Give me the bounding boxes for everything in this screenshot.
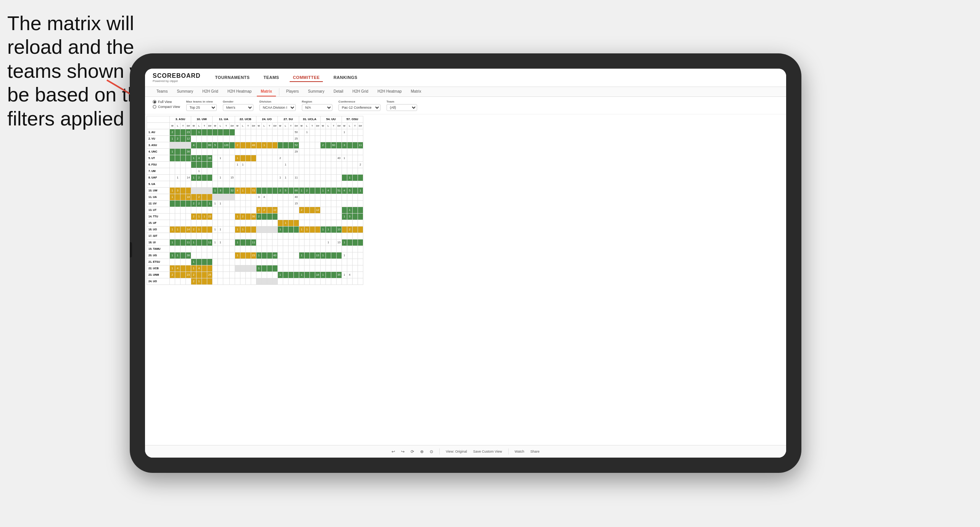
cell-7-2-W	[213, 175, 218, 181]
toolbar-refresh[interactable]: ⟳	[411, 449, 414, 454]
cell-15-5-Dif	[293, 227, 299, 233]
nav-tournaments[interactable]: TOURNAMENTS	[212, 74, 253, 82]
cell-13-0-Dif	[186, 214, 191, 220]
cell-0-6-W	[299, 129, 304, 136]
cell-3-7-L	[326, 149, 331, 155]
toolbar-redo[interactable]: ↪	[401, 449, 405, 454]
cell-9-1-T	[202, 188, 207, 194]
cell-8-0-L	[175, 181, 181, 188]
sub-tab-h2h-heatmap[interactable]: H2H Heatmap	[224, 87, 255, 96]
nav-teams[interactable]: TEAMS	[260, 74, 282, 82]
cell-15-0-L: 1	[175, 227, 181, 233]
sub-tab-detail[interactable]: Detail	[330, 87, 347, 96]
cell-19-7-W: 1	[320, 252, 326, 259]
nav-rankings[interactable]: RANKINGS	[330, 74, 361, 82]
cell-11-4-T	[267, 201, 272, 207]
toolbar-view-original[interactable]: View: Original	[446, 450, 467, 453]
sub-tab-players-h2h-grid[interactable]: H2H Grid	[348, 87, 372, 96]
cell-13-6-L	[304, 214, 309, 220]
cell-4-8-W: 1	[342, 155, 347, 162]
sub-tab-players-summary[interactable]: Summary	[304, 87, 328, 96]
cell-22-4-L	[261, 272, 267, 278]
sub-tab-teams[interactable]: Teams	[153, 87, 171, 96]
col-subheader-6-W: W	[299, 123, 304, 129]
toolbar-share[interactable]: Share	[530, 450, 540, 453]
logo-title: SCOREBOARD	[153, 72, 201, 79]
cell-10-2-Dif	[229, 194, 235, 201]
full-view-radio[interactable]: Full View	[153, 100, 180, 104]
cell-8-1-Dif	[207, 181, 213, 188]
cell-0-0-T	[181, 129, 186, 136]
tablet-frame: SCOREBOARD Powered by clippd TOURNAMENTS…	[130, 53, 801, 473]
cell-22-0-Dif: 23	[186, 272, 191, 278]
cell-10-1-W	[191, 194, 197, 201]
cell-12-8-T	[352, 207, 358, 214]
cell-17-6-T	[309, 239, 315, 246]
cell-9-4-Dif	[272, 188, 277, 194]
col-header-6: 31. UCLA	[299, 116, 320, 123]
cell-23-3-Dif	[251, 278, 256, 285]
toolbar-watch[interactable]: Watch	[515, 450, 524, 453]
cell-19-1-Dif	[207, 252, 213, 259]
cell-16-2-W	[213, 233, 218, 239]
cell-11-2-T	[223, 201, 230, 207]
cell-13-4-T	[267, 214, 272, 220]
table-row: 24. UO21	[147, 278, 363, 285]
cell-4-7-W	[320, 155, 326, 162]
sub-tab-players-matrix[interactable]: Matrix	[407, 87, 425, 96]
sub-tab-players-h2h-heatmap[interactable]: H2H Heatmap	[374, 87, 405, 96]
cell-9-2-W: 1	[213, 188, 218, 194]
sub-tab-matrix[interactable]: Matrix	[257, 87, 276, 96]
cell-14-2-Dif	[229, 220, 235, 227]
cell-17-3-W: 1	[235, 239, 240, 246]
cell-1-5-Dif: 25	[293, 136, 299, 142]
cell-16-3-W	[235, 233, 240, 239]
nav-committee[interactable]: COMMITTEE	[290, 74, 323, 82]
cell-6-2-W	[213, 168, 218, 175]
cell-8-8-T	[352, 181, 358, 188]
cell-21-4-L	[261, 265, 267, 272]
cell-15-6-W: 1	[299, 227, 304, 233]
cell-8-2-Dif	[229, 181, 235, 188]
cell-22-7-Dif: 35	[336, 272, 342, 278]
cell-8-5-L	[283, 181, 288, 188]
cell-12-4-Dif: 12	[272, 207, 277, 214]
toolbar-zoom-in[interactable]: ⊕	[420, 449, 424, 454]
matrix-area[interactable]: 3. ASU10. UW11. UA22. UCB24. UO27. SU31.…	[145, 114, 786, 445]
sub-tab-h2h-grid[interactable]: H2H Grid	[198, 87, 222, 96]
cell-11-8-L	[347, 201, 352, 207]
row-header-3: 4. UNC	[147, 149, 170, 155]
cell-4-1-W: 1	[191, 155, 197, 162]
division-select[interactable]: NCAA Division I	[260, 104, 296, 111]
cell-1-4-L	[261, 136, 267, 142]
cell-21-0-L: 4	[175, 265, 181, 272]
cell-15-7-T	[331, 227, 336, 233]
cell-5-8-T	[352, 162, 358, 168]
compact-view-radio[interactable]: Compact View	[153, 105, 180, 109]
cell-13-4-L	[261, 214, 267, 220]
cell-11-3-Dif	[251, 201, 256, 207]
cell-6-3-L	[240, 168, 245, 175]
sub-tab-summary[interactable]: Summary	[173, 87, 197, 96]
region-select[interactable]: N/A	[302, 104, 332, 111]
cell-12-4-W: 2	[256, 207, 261, 214]
cell-10-5-W	[277, 194, 283, 201]
cell-8-8-L	[347, 181, 352, 188]
sub-tab-players[interactable]: Players	[282, 87, 303, 96]
cell-3-4-T	[267, 149, 272, 155]
cell-1-6-W	[299, 136, 304, 142]
cell-21-7-Dif	[336, 265, 342, 272]
cell-22-8-W: 1	[342, 272, 347, 278]
gender-select[interactable]: Men's	[223, 104, 253, 111]
full-view-radio-dot	[153, 100, 156, 104]
cell-7-6-T	[309, 175, 315, 181]
team-select[interactable]: (All)	[387, 104, 417, 111]
toolbar-zoom-out[interactable]: ⊙	[430, 449, 433, 454]
toolbar-undo[interactable]: ↩	[392, 449, 395, 454]
cell-22-4-W	[256, 272, 261, 278]
cell-18-2-T	[223, 246, 230, 252]
max-teams-select[interactable]: Top 25	[186, 104, 217, 111]
toolbar-save-custom[interactable]: Save Custom View	[473, 450, 502, 453]
conference-select[interactable]: Pac-12 Conference	[338, 104, 380, 111]
cell-1-4-Dif	[272, 136, 277, 142]
